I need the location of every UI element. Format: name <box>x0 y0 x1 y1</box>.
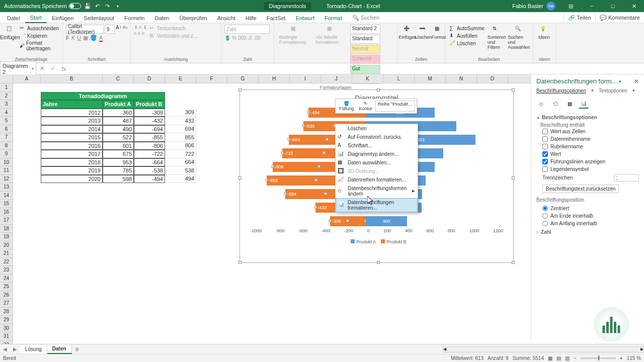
insert-cells-button[interactable]: ➕Einfügen <box>400 25 415 41</box>
sort-filter-button[interactable]: ⇅Sortieren und Filtern <box>487 25 507 51</box>
pos-inside-base[interactable]: Am Anfang innerhalb <box>536 220 639 227</box>
tab-formeln[interactable]: Formeln <box>119 14 149 23</box>
style-neutral[interactable]: Neutral <box>350 45 380 54</box>
align-bottom-icon[interactable]: ⬇ <box>143 25 147 30</box>
formula-input[interactable] <box>69 68 644 70</box>
sheet-nav-next[interactable]: ▶ <box>10 346 20 352</box>
opt-value-from-cells[interactable]: Wert aus Zellen <box>536 128 639 135</box>
currency-icon[interactable]: 💲 <box>224 35 230 41</box>
pos-inside-end[interactable]: Am Ende innerhalb <box>536 212 639 220</box>
autosave-toggle[interactable]: Automatisches Speichern <box>4 3 81 9</box>
search[interactable]: 🔍 Suchen <box>347 13 384 23</box>
zoom-out-icon[interactable]: − <box>574 355 577 361</box>
opt-leader-lines[interactable]: Führungslinien anzeigen <box>536 158 639 165</box>
tab-einfuegen[interactable]: Einfügen <box>47 14 78 23</box>
align-top-icon[interactable]: ⬆ <box>134 25 138 30</box>
font-name[interactable]: Calibri (Textkörper) <box>66 25 104 34</box>
zoom-slider[interactable] <box>581 357 616 359</box>
tab-entwurf[interactable]: Entwurf <box>291 14 319 23</box>
sheet-tab-loesung[interactable]: Lösung <box>20 345 47 353</box>
zoom-level[interactable]: 115 % <box>627 355 641 361</box>
tab-datei[interactable]: Datei <box>2 14 25 23</box>
copy-button[interactable]: 📄Kopieren <box>19 32 60 39</box>
close-icon[interactable]: ✕ <box>624 0 644 12</box>
ctx-format[interactable]: 📊Datenbeschriftungen formatieren... <box>336 198 418 212</box>
ideas-button[interactable]: 💡Ideen <box>536 25 552 41</box>
chart-legend[interactable]: Produkt A Produkt B <box>240 237 513 246</box>
find-select-button[interactable]: 🔍Suchen und Auswählen <box>508 25 530 51</box>
ctx-delete[interactable]: Löschen <box>336 124 418 133</box>
save-icon[interactable]: 💾 <box>84 3 91 10</box>
percent-icon[interactable]: % <box>232 35 236 41</box>
comments-button[interactable]: 💬 Kommentare <box>595 13 644 23</box>
autosum-button[interactable]: ∑AutoSumme <box>448 25 486 32</box>
separator-dropdown[interactable]: ; <box>614 174 639 182</box>
cancel-fx-icon[interactable]: ✕ <box>37 64 46 73</box>
increase-font-icon[interactable]: A↑ <box>116 25 122 34</box>
name-box[interactable]: Diagramm 2 <box>0 61 36 76</box>
ribbon-options-icon[interactable]: ⊟ <box>560 0 581 12</box>
opt-category-name[interactable]: Rubrikenname <box>536 143 639 150</box>
bold-icon[interactable]: F <box>66 35 69 41</box>
share-button[interactable]: 🔗 Teilen <box>564 13 595 23</box>
outline-button[interactable]: ✎Kontur <box>357 101 375 112</box>
view-layout-icon[interactable]: ▤ <box>556 355 561 361</box>
ctx-font[interactable]: ASchriftart... <box>336 141 418 150</box>
tab-hilfe[interactable]: Hilfe <box>240 14 262 23</box>
tab-ueberpruefen[interactable]: Überprüfen <box>175 14 212 23</box>
sheet-tab-daten[interactable]: Daten <box>47 344 72 354</box>
format-cells-button[interactable]: ▦Format <box>432 25 446 41</box>
italic-icon[interactable]: K <box>71 35 75 41</box>
sheet-nav-prev[interactable]: ◀ <box>0 346 10 352</box>
effects-icon[interactable]: ⬠ <box>550 99 560 109</box>
undo-icon[interactable]: ↶ <box>94 3 101 10</box>
view-pagebreak-icon[interactable]: ▥ <box>565 355 570 361</box>
thousands-icon[interactable]: 000 <box>238 35 247 41</box>
ctx-shape[interactable]: ◇Datenbeschriftungsformen ändern▶ <box>336 184 418 198</box>
confirm-fx-icon[interactable]: ✓ <box>48 64 57 73</box>
tab-seitenlayout[interactable]: Seitenlayout <box>78 14 119 23</box>
minimize-icon[interactable]: − <box>582 0 602 12</box>
cut-button[interactable]: ✂Ausschneiden <box>19 25 60 32</box>
fill-line-icon[interactable]: ◇ <box>536 99 546 109</box>
opt-legend-key[interactable]: Legendensymbol <box>536 165 639 173</box>
merge-button[interactable]: ⊞Verbinden und z... <box>148 32 199 39</box>
maximize-icon[interactable]: □ <box>603 0 623 12</box>
ctx-reset[interactable]: ↺Auf Formatvorl. zurücks. <box>336 133 418 141</box>
view-normal-icon[interactable]: ▦ <box>548 355 552 361</box>
tab-daten[interactable]: Daten <box>149 14 174 23</box>
opt-value[interactable]: Wert <box>536 150 639 158</box>
border-icon[interactable]: ▦ <box>83 35 88 41</box>
font-size[interactable]: 9 <box>105 25 115 34</box>
tab-format[interactable]: Format <box>319 14 347 23</box>
align-right-icon[interactable]: ≡ <box>142 31 145 36</box>
style-standard2[interactable]: Standard 2 <box>350 25 380 34</box>
fx-icon[interactable]: fx <box>59 64 68 73</box>
decimal-dec-icon[interactable]: ,00 <box>254 35 261 41</box>
ctx-chart[interactable]: 📊Diagrammtyp ändern... <box>336 150 418 158</box>
fill-color-icon[interactable]: 🪣 <box>90 35 97 41</box>
qat-customize-icon[interactable]: ▾ <box>114 3 121 10</box>
label-options-icon[interactable]: 📊 <box>579 99 589 109</box>
align-middle-icon[interactable]: ≡ <box>139 25 142 30</box>
style-standard[interactable]: Standard <box>350 35 380 44</box>
horizontal-scrollbar[interactable]: ◀ ▶ <box>443 346 644 352</box>
delete-cells-button[interactable]: ➖Löschen <box>416 25 430 41</box>
zoom-in-icon[interactable]: + <box>620 355 623 361</box>
conditional-format-button[interactable]: ▦Bedingte Formatierung <box>277 25 312 46</box>
underline-icon[interactable]: U <box>77 35 81 41</box>
section-label-options[interactable]: ▲Beschriftungsoptionen <box>536 113 639 122</box>
select-all-corner[interactable] <box>0 74 13 83</box>
subtab-label-options[interactable]: Beschriftungsoptionen <box>536 88 586 94</box>
fill-button[interactable]: 🪣Füllung <box>337 101 356 112</box>
ctx-series[interactable]: 📈Datenreihen formatieren... <box>336 175 418 184</box>
ctx-3d[interactable]: 🔲3D-Drehung... <box>336 167 418 175</box>
align-center-icon[interactable]: ≡ <box>138 31 141 36</box>
align-left-icon[interactable]: ≡ <box>134 31 137 36</box>
tab-ansicht[interactable]: Ansicht <box>212 14 240 23</box>
style-schlecht[interactable]: Schlecht <box>350 55 380 64</box>
user-account[interactable]: Fabio Basler FB <box>508 2 559 11</box>
pos-center[interactable]: Zentriert <box>536 205 639 212</box>
tab-factset[interactable]: FactSet <box>262 14 291 23</box>
row-headers[interactable]: 1234567891011121314151617181920212223242… <box>0 83 13 351</box>
